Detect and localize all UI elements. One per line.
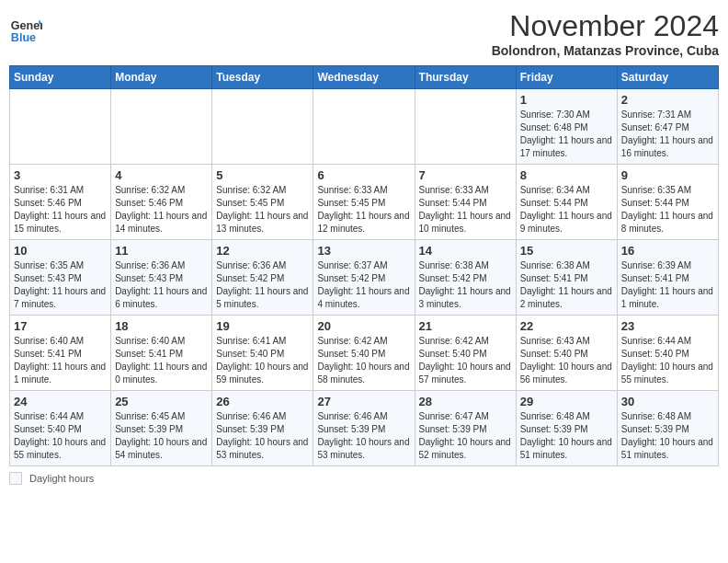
day-number: 24 <box>14 395 107 408</box>
day-info: Sunrise: 7:31 AM Sunset: 6:47 PM Dayligh… <box>621 109 714 160</box>
calendar-cell: 3Sunrise: 6:31 AM Sunset: 5:46 PM Daylig… <box>10 165 111 240</box>
calendar-cell <box>212 89 313 165</box>
day-number: 17 <box>14 319 107 333</box>
weekday-header-tuesday: Tuesday <box>212 66 313 89</box>
day-number: 27 <box>317 395 410 408</box>
daylight-label: Daylight hours <box>29 473 94 484</box>
calendar-cell: 28Sunrise: 6:47 AM Sunset: 5:39 PM Dayli… <box>415 391 516 466</box>
day-info: Sunrise: 6:31 AM Sunset: 5:46 PM Dayligh… <box>14 184 107 236</box>
day-info: Sunrise: 6:34 AM Sunset: 5:44 PM Dayligh… <box>520 184 613 236</box>
calendar-cell: 7Sunrise: 6:33 AM Sunset: 5:44 PM Daylig… <box>415 165 516 240</box>
day-info: Sunrise: 6:32 AM Sunset: 5:45 PM Dayligh… <box>216 184 309 236</box>
day-number: 23 <box>621 319 714 333</box>
day-info: Sunrise: 7:30 AM Sunset: 6:48 PM Dayligh… <box>520 109 613 160</box>
day-number: 9 <box>621 168 714 182</box>
day-number: 19 <box>216 319 309 333</box>
day-number: 8 <box>520 168 613 182</box>
day-info: Sunrise: 6:36 AM Sunset: 5:42 PM Dayligh… <box>216 259 309 311</box>
title-block: November 2024 Bolondron, Matanzas Provin… <box>492 9 719 58</box>
calendar-cell: 8Sunrise: 6:34 AM Sunset: 5:44 PM Daylig… <box>516 165 617 240</box>
day-info: Sunrise: 6:47 AM Sunset: 5:39 PM Dayligh… <box>419 410 512 462</box>
day-info: Sunrise: 6:46 AM Sunset: 5:39 PM Dayligh… <box>317 410 410 462</box>
calendar-cell: 25Sunrise: 6:45 AM Sunset: 5:39 PM Dayli… <box>111 391 212 466</box>
month-title: November 2024 <box>492 9 719 43</box>
day-number: 10 <box>14 244 107 258</box>
day-number: 14 <box>419 244 512 258</box>
weekday-header-thursday: Thursday <box>415 66 516 89</box>
svg-text:Blue: Blue <box>11 31 36 44</box>
calendar-table: SundayMondayTuesdayWednesdayThursdayFrid… <box>9 65 719 466</box>
calendar-cell: 6Sunrise: 6:33 AM Sunset: 5:45 PM Daylig… <box>313 165 415 240</box>
day-info: Sunrise: 6:40 AM Sunset: 5:41 PM Dayligh… <box>14 335 107 386</box>
footer-note: Daylight hours <box>9 472 719 485</box>
calendar-cell: 18Sunrise: 6:40 AM Sunset: 5:41 PM Dayli… <box>111 316 212 391</box>
day-info: Sunrise: 6:36 AM Sunset: 5:43 PM Dayligh… <box>115 259 208 311</box>
logo-icon: General Blue <box>9 13 42 46</box>
day-number: 1 <box>520 93 613 107</box>
calendar-cell: 19Sunrise: 6:41 AM Sunset: 5:40 PM Dayli… <box>212 316 313 391</box>
calendar-cell: 14Sunrise: 6:38 AM Sunset: 5:42 PM Dayli… <box>415 240 516 316</box>
day-number: 26 <box>216 395 309 408</box>
day-number: 4 <box>115 168 208 182</box>
calendar-cell <box>10 89 111 165</box>
calendar-cell <box>111 89 212 165</box>
daylight-box-icon <box>9 472 22 485</box>
day-info: Sunrise: 6:46 AM Sunset: 5:39 PM Dayligh… <box>216 410 309 462</box>
day-info: Sunrise: 6:41 AM Sunset: 5:40 PM Dayligh… <box>216 335 309 386</box>
day-info: Sunrise: 6:45 AM Sunset: 5:39 PM Dayligh… <box>115 410 208 462</box>
calendar-cell: 21Sunrise: 6:42 AM Sunset: 5:40 PM Dayli… <box>415 316 516 391</box>
weekday-header-friday: Friday <box>516 66 617 89</box>
calendar-cell: 12Sunrise: 6:36 AM Sunset: 5:42 PM Dayli… <box>212 240 313 316</box>
calendar-cell: 26Sunrise: 6:46 AM Sunset: 5:39 PM Dayli… <box>212 391 313 466</box>
day-number: 25 <box>115 395 208 408</box>
calendar-cell: 30Sunrise: 6:48 AM Sunset: 5:39 PM Dayli… <box>617 391 718 466</box>
calendar-cell: 11Sunrise: 6:36 AM Sunset: 5:43 PM Dayli… <box>111 240 212 316</box>
day-info: Sunrise: 6:44 AM Sunset: 5:40 PM Dayligh… <box>621 335 714 386</box>
day-info: Sunrise: 6:38 AM Sunset: 5:42 PM Dayligh… <box>419 259 512 311</box>
day-number: 21 <box>419 319 512 333</box>
day-number: 22 <box>520 319 613 333</box>
day-info: Sunrise: 6:33 AM Sunset: 5:45 PM Dayligh… <box>317 184 410 236</box>
calendar-cell: 10Sunrise: 6:35 AM Sunset: 5:43 PM Dayli… <box>10 240 111 316</box>
calendar-cell: 23Sunrise: 6:44 AM Sunset: 5:40 PM Dayli… <box>617 316 718 391</box>
calendar-cell: 17Sunrise: 6:40 AM Sunset: 5:41 PM Dayli… <box>10 316 111 391</box>
calendar-cell: 15Sunrise: 6:38 AM Sunset: 5:41 PM Dayli… <box>516 240 617 316</box>
day-number: 13 <box>317 244 410 258</box>
weekday-header-monday: Monday <box>111 66 212 89</box>
weekday-header-wednesday: Wednesday <box>313 66 415 89</box>
day-number: 5 <box>216 168 309 182</box>
day-number: 20 <box>317 319 410 333</box>
day-number: 7 <box>419 168 512 182</box>
day-info: Sunrise: 6:48 AM Sunset: 5:39 PM Dayligh… <box>621 410 714 462</box>
day-info: Sunrise: 6:42 AM Sunset: 5:40 PM Dayligh… <box>317 335 410 386</box>
calendar-cell: 27Sunrise: 6:46 AM Sunset: 5:39 PM Dayli… <box>313 391 415 466</box>
calendar-cell: 2Sunrise: 7:31 AM Sunset: 6:47 PM Daylig… <box>617 89 718 165</box>
day-info: Sunrise: 6:35 AM Sunset: 5:44 PM Dayligh… <box>621 184 714 236</box>
calendar-cell: 5Sunrise: 6:32 AM Sunset: 5:45 PM Daylig… <box>212 165 313 240</box>
day-info: Sunrise: 6:43 AM Sunset: 5:40 PM Dayligh… <box>520 335 613 386</box>
weekday-header-saturday: Saturday <box>617 66 718 89</box>
calendar-cell: 29Sunrise: 6:48 AM Sunset: 5:39 PM Dayli… <box>516 391 617 466</box>
calendar-cell: 4Sunrise: 6:32 AM Sunset: 5:46 PM Daylig… <box>111 165 212 240</box>
day-info: Sunrise: 6:32 AM Sunset: 5:46 PM Dayligh… <box>115 184 208 236</box>
day-info: Sunrise: 6:40 AM Sunset: 5:41 PM Dayligh… <box>115 335 208 386</box>
day-number: 15 <box>520 244 613 258</box>
calendar-cell: 16Sunrise: 6:39 AM Sunset: 5:41 PM Dayli… <box>617 240 718 316</box>
day-info: Sunrise: 6:39 AM Sunset: 5:41 PM Dayligh… <box>621 259 714 311</box>
page-header: General Blue November 2024 Bolondron, Ma… <box>9 9 719 58</box>
day-number: 16 <box>621 244 714 258</box>
day-number: 29 <box>520 395 613 408</box>
day-number: 28 <box>419 395 512 408</box>
location-subtitle: Bolondron, Matanzas Province, Cuba <box>492 43 719 58</box>
calendar-cell: 20Sunrise: 6:42 AM Sunset: 5:40 PM Dayli… <box>313 316 415 391</box>
calendar-cell <box>415 89 516 165</box>
logo: General Blue <box>9 13 42 46</box>
day-number: 11 <box>115 244 208 258</box>
calendar-cell <box>313 89 415 165</box>
day-number: 18 <box>115 319 208 333</box>
calendar-cell: 22Sunrise: 6:43 AM Sunset: 5:40 PM Dayli… <box>516 316 617 391</box>
day-number: 30 <box>621 395 714 408</box>
day-number: 2 <box>621 93 714 107</box>
calendar-cell: 24Sunrise: 6:44 AM Sunset: 5:40 PM Dayli… <box>10 391 111 466</box>
calendar-cell: 13Sunrise: 6:37 AM Sunset: 5:42 PM Dayli… <box>313 240 415 316</box>
